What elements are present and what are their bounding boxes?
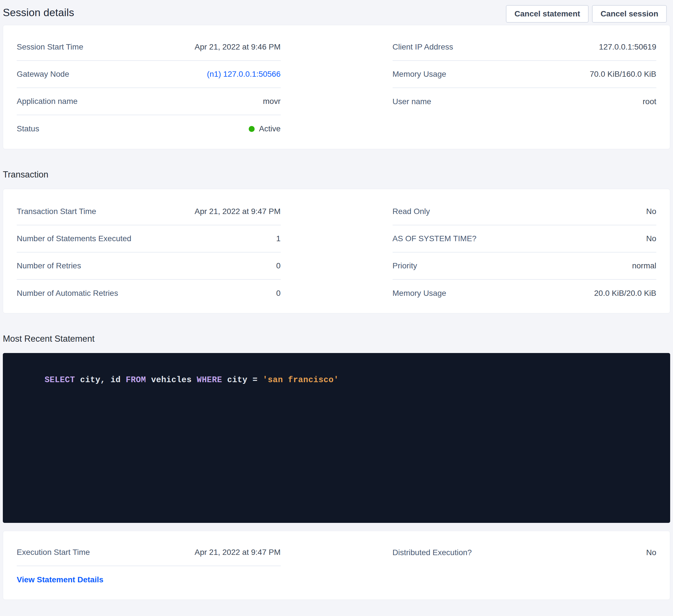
- session-card-right-column: Client IP Address 127.0.0.1:50619 Memory…: [393, 34, 657, 142]
- row-label: Number of Retries: [17, 261, 81, 270]
- session-card-left-column: Session Start Time Apr 21, 2022 at 9:46 …: [17, 34, 281, 142]
- transaction-card-right-column: Read Only No AS OF SYSTEM TIME? No Prior…: [393, 198, 657, 307]
- session-details-page: Session details Cancel statement Cancel …: [0, 0, 673, 616]
- sql-columns: city, id: [75, 375, 126, 385]
- page-header: Session details Cancel statement Cancel …: [0, 0, 673, 25]
- row-label: AS OF SYSTEM TIME?: [393, 234, 477, 243]
- row-value: 70.0 KiB/160.0 KiB: [590, 70, 656, 79]
- distributed-execution-row: Distributed Execution? No: [393, 539, 657, 566]
- status-badge: Active: [249, 124, 280, 133]
- sql-table: vehicles: [146, 375, 197, 385]
- status-active-dot-icon: [249, 126, 255, 132]
- execution-card: Execution Start Time Apr 21, 2022 at 9:4…: [3, 531, 670, 600]
- row-value: 1: [276, 234, 281, 243]
- sql-statement-box: SELECT city, id FROM vehicles WHERE city…: [3, 353, 670, 523]
- row-label: Execution Start Time: [17, 548, 90, 557]
- page-title: Session details: [3, 5, 74, 19]
- client-ip-row: Client IP Address 127.0.0.1:50619: [393, 34, 657, 61]
- retries-row: Number of Retries 0: [17, 253, 281, 280]
- session-start-time-row: Session Start Time Apr 21, 2022 at 9:46 …: [17, 34, 281, 61]
- row-value: Apr 21, 2022 at 9:47 PM: [195, 207, 281, 216]
- transaction-start-time-row: Transaction Start Time Apr 21, 2022 at 9…: [17, 198, 281, 225]
- gateway-node-link[interactable]: (n1) 127.0.0.1:50566: [207, 70, 281, 78]
- row-label: User name: [393, 97, 431, 106]
- row-value: 127.0.0.1:50619: [599, 42, 656, 51]
- statement-section-heading: Most Recent Statement: [3, 334, 673, 344]
- application-name-row: Application name movr: [17, 88, 281, 115]
- session-summary-card: Session Start Time Apr 21, 2022 at 9:46 …: [3, 25, 670, 149]
- execution-card-right-column: Distributed Execution? No: [393, 539, 657, 593]
- sql-keyword-from: FROM: [126, 375, 146, 385]
- row-value: Apr 21, 2022 at 9:46 PM: [195, 42, 281, 51]
- sql-keyword-where: WHERE: [197, 375, 222, 385]
- row-value: No: [646, 234, 656, 243]
- row-label: Gateway Node: [17, 70, 69, 79]
- row-label: Memory Usage: [393, 289, 446, 298]
- row-label: Priority: [393, 261, 417, 270]
- statements-executed-row: Number of Statements Executed 1: [17, 225, 281, 253]
- row-value: 20.0 KiB/20.0 KiB: [594, 289, 656, 298]
- transaction-card: Transaction Start Time Apr 21, 2022 at 9…: [3, 189, 670, 313]
- row-value: Apr 21, 2022 at 9:47 PM: [195, 548, 281, 557]
- status-row: Status Active: [17, 115, 281, 142]
- row-label: Distributed Execution?: [393, 548, 472, 557]
- header-actions: Cancel statement Cancel session: [506, 5, 667, 23]
- view-statement-details-link[interactable]: View Statement Details: [17, 575, 103, 584]
- row-value: root: [643, 97, 656, 106]
- execution-start-time-row: Execution Start Time Apr 21, 2022 at 9:4…: [17, 539, 281, 566]
- sql-string-literal: 'san francisco': [263, 375, 339, 385]
- row-label: Status: [17, 124, 39, 133]
- row-value: No: [646, 548, 656, 557]
- transaction-card-left-column: Transaction Start Time Apr 21, 2022 at 9…: [17, 198, 281, 307]
- user-name-row: User name root: [393, 88, 657, 115]
- view-statement-details-row: View Statement Details: [17, 566, 281, 593]
- session-memory-usage-row: Memory Usage 70.0 KiB/160.0 KiB: [393, 61, 657, 88]
- row-label: Number of Automatic Retries: [17, 289, 118, 298]
- automatic-retries-row: Number of Automatic Retries 0: [17, 280, 281, 307]
- row-label: Client IP Address: [393, 42, 453, 51]
- row-value: No: [646, 207, 656, 216]
- row-value: 0: [276, 261, 281, 270]
- row-value: movr: [263, 97, 280, 106]
- row-label: Application name: [17, 97, 77, 106]
- row-label: Read Only: [393, 207, 430, 216]
- row-value: 0: [276, 289, 281, 298]
- gateway-node-row: Gateway Node (n1) 127.0.0.1:50566: [17, 61, 281, 88]
- row-value: normal: [632, 261, 656, 270]
- read-only-row: Read Only No: [393, 198, 657, 225]
- sql-keyword-select: SELECT: [44, 375, 75, 385]
- sql-condition: city =: [222, 375, 263, 385]
- cancel-session-button[interactable]: Cancel session: [592, 5, 667, 23]
- transaction-section-heading: Transaction: [3, 170, 673, 180]
- cancel-statement-button[interactable]: Cancel statement: [506, 5, 589, 23]
- priority-row: Priority normal: [393, 253, 657, 280]
- row-label: Session Start Time: [17, 42, 83, 51]
- row-label: Transaction Start Time: [17, 207, 96, 216]
- row-label: Memory Usage: [393, 70, 446, 79]
- execution-card-left-column: Execution Start Time Apr 21, 2022 at 9:4…: [17, 539, 281, 593]
- as-of-system-time-row: AS OF SYSTEM TIME? No: [393, 225, 657, 253]
- status-text: Active: [259, 124, 280, 133]
- transaction-memory-usage-row: Memory Usage 20.0 KiB/20.0 KiB: [393, 280, 657, 307]
- sql-statement: SELECT city, id FROM vehicles WHERE city…: [14, 366, 659, 394]
- row-label: Number of Statements Executed: [17, 234, 132, 243]
